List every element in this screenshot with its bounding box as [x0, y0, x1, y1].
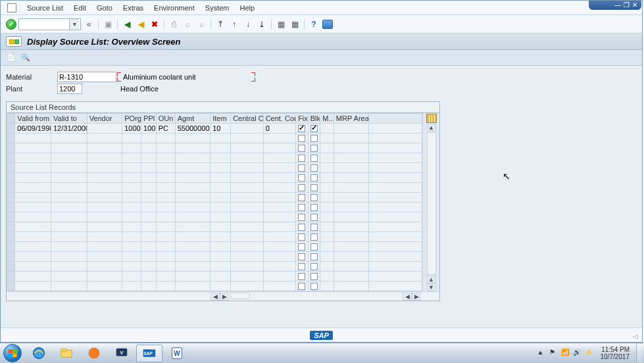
table-row[interactable]: [7, 143, 422, 153]
cell-vendor[interactable]: [87, 222, 122, 232]
cell-fix[interactable]: [296, 232, 309, 242]
checkbox-unchecked[interactable]: [298, 174, 305, 182]
cell-m[interactable]: [320, 124, 334, 133]
cell-extra[interactable]: [369, 183, 422, 193]
menu-goto[interactable]: Goto: [97, 4, 112, 12]
checkbox-unchecked[interactable]: [310, 263, 318, 270]
cell-validto[interactable]: [51, 203, 87, 212]
cell-rowsel[interactable]: [7, 163, 15, 173]
cell-validfrom[interactable]: 06/09/1998: [15, 124, 51, 133]
cell-validto[interactable]: [51, 212, 87, 222]
cell-centcon[interactable]: [263, 232, 295, 242]
cell-centcon[interactable]: [263, 222, 295, 232]
cell-rowsel[interactable]: [7, 173, 15, 183]
cell-vendor[interactable]: [87, 173, 122, 183]
cell-ppl[interactable]: [141, 203, 157, 212]
table-row[interactable]: [7, 183, 422, 193]
cell-fix[interactable]: [296, 193, 309, 203]
cell-centralco[interactable]: [231, 272, 263, 281]
cell-centralco[interactable]: [231, 242, 263, 252]
checkbox-unchecked[interactable]: [310, 243, 318, 251]
cell-rowsel[interactable]: [7, 252, 15, 262]
cell-ppl[interactable]: [141, 252, 157, 262]
menu-extras[interactable]: Extras: [123, 4, 143, 12]
cell-validfrom[interactable]: [15, 212, 51, 222]
cell-validfrom[interactable]: [15, 153, 51, 163]
cell-rowsel[interactable]: [7, 124, 15, 133]
cell-validto[interactable]: [51, 222, 87, 232]
cell-m[interactable]: [320, 143, 334, 153]
col-oun[interactable]: OUn: [156, 114, 175, 124]
cell-validto[interactable]: 12/31/2000: [51, 124, 87, 133]
cell-centcon[interactable]: [263, 143, 295, 153]
col-agmt[interactable]: Agmt: [175, 114, 211, 124]
cell-oun[interactable]: [156, 232, 175, 242]
cell-item[interactable]: [211, 212, 231, 222]
checkbox-unchecked[interactable]: [298, 135, 305, 142]
cell-extra[interactable]: [369, 203, 422, 212]
cell-fix[interactable]: [296, 163, 309, 173]
close-button[interactable]: ✕: [632, 2, 637, 9]
cell-validfrom[interactable]: [15, 183, 51, 193]
cell-ppl[interactable]: [141, 262, 157, 272]
cell-m[interactable]: [320, 262, 334, 272]
configure-columns-button[interactable]: [426, 114, 437, 123]
checkbox-unchecked[interactable]: [310, 145, 318, 152]
table-row[interactable]: 06/09/199812/31/200010001000PC5500000037…: [7, 124, 422, 133]
cell-blk[interactable]: [308, 252, 320, 262]
checkbox-unchecked[interactable]: [310, 283, 318, 290]
col-ppl[interactable]: PPl: [141, 114, 157, 124]
cell-agmt[interactable]: [175, 163, 211, 173]
cell-centralco[interactable]: [231, 153, 263, 163]
cell-validfrom[interactable]: [15, 203, 51, 212]
col-blk[interactable]: Blk: [308, 114, 320, 124]
menu-edit[interactable]: Edit: [74, 4, 86, 12]
checkbox-unchecked[interactable]: [298, 273, 305, 280]
cell-validto[interactable]: [51, 153, 87, 163]
cell-ppl[interactable]: [141, 281, 157, 291]
cell-agmt[interactable]: [175, 272, 211, 281]
cell-oun[interactable]: [156, 163, 175, 173]
cell-porg[interactable]: 1000: [122, 124, 141, 133]
cell-agmt[interactable]: [175, 173, 211, 183]
other-source-list-button[interactable]: 📄: [6, 53, 16, 63]
cell-vendor[interactable]: [87, 203, 122, 212]
cell-m[interactable]: [320, 272, 334, 281]
cell-item[interactable]: [211, 163, 231, 173]
cell-fix[interactable]: [296, 242, 309, 252]
cell-vendor[interactable]: [87, 143, 122, 153]
table-row[interactable]: [7, 272, 422, 281]
cell-mrp[interactable]: [334, 143, 369, 153]
back-button[interactable]: ◀: [121, 18, 133, 30]
cell-oun[interactable]: [156, 143, 175, 153]
cell-blk[interactable]: [308, 203, 320, 212]
row-select-header[interactable]: [7, 114, 15, 124]
cell-porg[interactable]: [122, 222, 141, 232]
cell-m[interactable]: [320, 222, 334, 232]
cell-agmt[interactable]: [175, 222, 211, 232]
checkbox-unchecked[interactable]: [298, 243, 305, 251]
cell-rowsel[interactable]: [7, 153, 15, 163]
cell-mrp[interactable]: [334, 262, 369, 272]
checkbox-unchecked[interactable]: [310, 224, 318, 231]
cell-fix[interactable]: [296, 133, 309, 143]
cell-agmt[interactable]: [175, 262, 211, 272]
cancel-button[interactable]: ✖: [149, 18, 161, 30]
cell-ppl[interactable]: [141, 133, 157, 143]
cell-mrp[interactable]: [334, 203, 369, 212]
cell-fix[interactable]: [296, 183, 309, 193]
checkbox-unchecked[interactable]: [298, 194, 305, 201]
cell-m[interactable]: [320, 242, 334, 252]
checkbox-unchecked[interactable]: [298, 155, 305, 162]
cell-m[interactable]: [320, 203, 334, 212]
cell-fix[interactable]: [296, 272, 309, 281]
checkbox-unchecked[interactable]: [310, 273, 318, 280]
cell-oun[interactable]: [156, 153, 175, 163]
cell-validfrom[interactable]: [15, 143, 51, 153]
material-input[interactable]: [57, 72, 116, 82]
cell-oun[interactable]: [156, 242, 175, 252]
cell-validto[interactable]: [51, 272, 87, 281]
cell-oun[interactable]: [156, 183, 175, 193]
checkbox-unchecked[interactable]: [310, 214, 318, 221]
cell-oun[interactable]: [156, 133, 175, 143]
